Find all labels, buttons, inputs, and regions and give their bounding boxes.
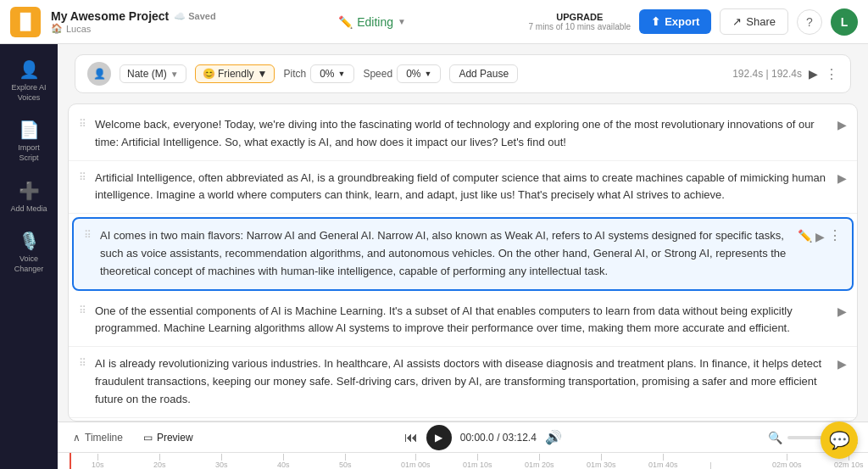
header-right: UPGRADE 7 mins of 10 mins available ⬆ Ex… (529, 8, 859, 36)
ruler-mark: 50s (339, 454, 352, 469)
app-header: ▐▌ My Awesome Project ☁️ Saved 🏠 Lucas ✏… (0, 0, 868, 44)
timeline-ruler: 10s20s30s40s50s01m 00s01m 10s01m 20s01m … (58, 452, 868, 469)
voice-avatar: 👤 (87, 62, 111, 86)
script-block[interactable]: ⠿One of the essential components of AI i… (69, 294, 857, 348)
script-block[interactable]: ⠿Artificial Intelligence, often abbrevia… (69, 161, 857, 215)
voice-bar-info: 192.4s | 192.4s ▶ ⋮ (732, 66, 838, 82)
header-center: ✏️ Editing ▼ (226, 15, 519, 29)
script-block[interactable]: ⠿Welcome back, everyone! Today, we're di… (69, 108, 857, 161)
time-display: 00:00.0 / 03:12.4 (460, 432, 537, 444)
chat-icon: 💬 (829, 430, 850, 450)
chevron-down-icon: ▼ (424, 70, 431, 78)
script-text: AI is already revolutionizing various in… (95, 355, 829, 408)
drag-handle-icon: ⠿ (79, 303, 86, 316)
explore-ai-icon: 👤 (19, 59, 40, 80)
ruler-mark: 10s (92, 454, 104, 469)
chevron-down-icon: ▼ (258, 68, 268, 80)
script-text: Welcome back, everyone! Today, we're div… (95, 116, 829, 152)
playhead (70, 453, 71, 469)
script-text: One of the essential components of AI is… (95, 303, 829, 338)
drag-handle-icon: ⠿ (79, 170, 86, 183)
upload-icon: ⬆ (651, 15, 660, 28)
script-block[interactable]: ⠿AI comes in two main flavors: Narrow AI… (72, 217, 854, 290)
chat-fab[interactable]: 💬 (821, 422, 858, 459)
play-icon: ▶ (435, 432, 442, 444)
play-block-button[interactable]: ▶ (815, 228, 825, 243)
ruler-mark: 40s (277, 454, 290, 469)
script-text: Artificial Intelligence, often abbreviat… (95, 170, 829, 205)
chevron-down-icon: ▼ (170, 70, 179, 79)
sidebar-item-voice-changer[interactable]: 🎙️ VoiceChanger (3, 224, 54, 281)
script-blocks-container: ⠿Welcome back, everyone! Today, we're di… (68, 103, 858, 422)
export-button[interactable]: ⬆ Export (639, 9, 711, 34)
voice-changer-icon: 🎙️ (19, 231, 40, 251)
transport-controls: ⏮ ▶ 00:00.0 / 03:12.4 🔊 (209, 425, 758, 450)
project-title: My Awesome Project ☁️ Saved (51, 9, 216, 23)
volume-button[interactable]: 🔊 (545, 429, 562, 445)
sidebar: 👤 Explore AIVoices 📄 ImportScript ➕ Add … (0, 44, 58, 469)
timeline-tab[interactable]: ∧ Timeline (68, 428, 128, 447)
home-icon: 🏠 (51, 23, 63, 34)
share-icon: ↗ (732, 15, 742, 28)
editing-mode-button[interactable]: ✏️ Editing ▼ (338, 15, 406, 29)
import-script-icon: 📄 (19, 120, 40, 140)
pitch-value-btn[interactable]: 0% ▼ (310, 64, 354, 83)
help-button[interactable]: ? (797, 9, 822, 35)
ruler-mark: 01m 10s (463, 454, 492, 469)
play-block-button[interactable]: ▶ (837, 116, 847, 131)
upgrade-section: UPGRADE 7 mins of 10 mins available (529, 12, 632, 31)
ruler-mark: 01m 30s (587, 454, 616, 469)
script-area: 👤 Nate (M) ▼ 😊 Friendly ▼ Pitch 0% ▼ (58, 44, 868, 422)
avatar[interactable]: L (831, 8, 858, 36)
ruler-mark: 01m 40s (648, 454, 678, 469)
more-options-icon[interactable]: ⋮ (828, 227, 842, 243)
zoom-out-button[interactable]: 🔍 (768, 431, 782, 444)
play-main-button[interactable]: ▶ (426, 425, 452, 450)
mood-selector[interactable]: 😊 Friendly ▼ (195, 64, 275, 83)
play-voice-button[interactable]: ▶ (809, 67, 818, 81)
saved-badge: ☁️ Saved (174, 11, 215, 22)
drag-handle-icon: ⠿ (84, 227, 92, 241)
more-options-icon[interactable]: ⋮ (825, 66, 838, 82)
breadcrumb: 🏠 Lucas (51, 23, 216, 34)
speed-control: Speed 0% ▼ (363, 64, 441, 83)
ruler-mark: 30s (215, 454, 228, 469)
chevron-up-icon: ∧ (73, 432, 81, 444)
add-media-icon: ➕ (19, 181, 40, 201)
chevron-down-icon: ▼ (398, 17, 406, 26)
skip-back-button[interactable]: ⏮ (404, 430, 418, 445)
main-layout: 👤 Explore AIVoices 📄 ImportScript ➕ Add … (0, 44, 868, 469)
sidebar-item-explore-ai[interactable]: 👤 Explore AIVoices (3, 53, 54, 109)
edit-block-icon[interactable]: ✏️ (798, 229, 812, 243)
script-text: AI comes in two main flavors: Narrow AI … (100, 227, 789, 280)
pitch-control: Pitch 0% ▼ (283, 64, 354, 83)
preview-icon: ▭ (143, 432, 153, 444)
script-block[interactable]: ⠿AI is already revolutionizing various i… (69, 347, 857, 417)
preview-tab[interactable]: ▭ Preview (138, 428, 198, 447)
project-info: My Awesome Project ☁️ Saved 🏠 Lucas (51, 9, 216, 34)
play-block-button[interactable]: ▶ (837, 170, 847, 185)
drag-handle-icon: ⠿ (79, 355, 86, 369)
add-pause-button[interactable]: Add Pause (449, 64, 518, 83)
sidebar-item-import-script[interactable]: 📄 ImportScript (3, 113, 54, 170)
ruler-mark (710, 462, 711, 469)
sidebar-item-add-media[interactable]: ➕ Add Media (3, 174, 54, 221)
speed-value-btn[interactable]: 0% ▼ (397, 64, 441, 83)
ruler-mark: 02m 00s (772, 454, 802, 469)
play-block-button[interactable]: ▶ (837, 303, 847, 318)
cloud-icon: ☁️ (174, 11, 186, 22)
drag-handle-icon: ⠿ (79, 116, 86, 130)
pencil-icon: ✏️ (338, 15, 353, 29)
bottom-bar: ∧ Timeline ▭ Preview ⏮ ▶ 00:00.0 / 03:12… (58, 422, 868, 452)
voice-selector[interactable]: Nate (M) ▼ (120, 64, 186, 83)
ruler-mark: 01m 20s (525, 454, 554, 469)
chevron-down-icon: ▼ (338, 70, 346, 78)
voice-bar: 👤 Nate (M) ▼ 😊 Friendly ▼ Pitch 0% ▼ (75, 54, 851, 93)
app-logo: ▐▌ (10, 7, 41, 37)
ruler-mark: 20s (153, 454, 166, 469)
content-area: 👤 Nate (M) ▼ 😊 Friendly ▼ Pitch 0% ▼ (58, 44, 868, 469)
share-button[interactable]: ↗ Share (720, 8, 788, 35)
play-block-button[interactable]: ▶ (837, 355, 847, 371)
ruler-mark: 01m 00s (401, 454, 431, 469)
